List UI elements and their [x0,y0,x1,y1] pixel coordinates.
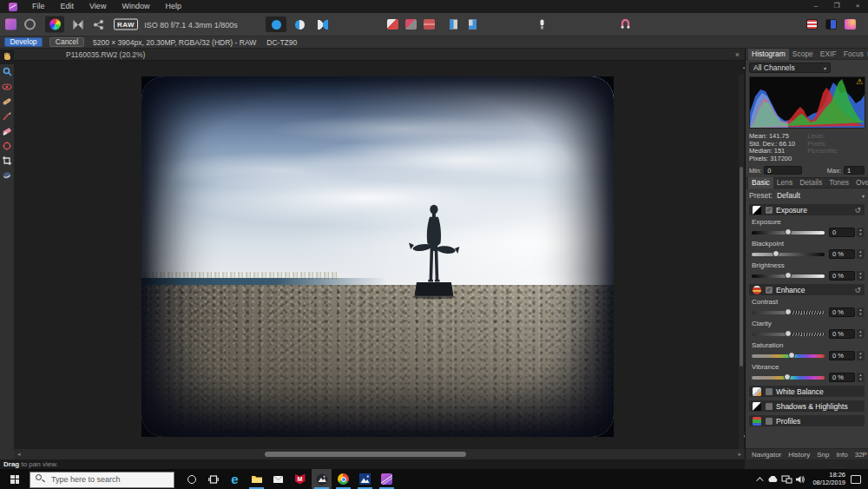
lightbulb-icon[interactable] [538,19,546,30]
clipping-warning-icon[interactable]: ⚠ [856,77,863,86]
scroll-left-icon[interactable]: ◂ [14,451,24,458]
white-balance-checkbox[interactable] [766,388,773,395]
exposure-value[interactable]: 0 [829,228,855,237]
tab-snapshots[interactable]: Snp [813,451,832,459]
restore-button[interactable]: ❐ [826,0,847,13]
edge-icon[interactable]: e [225,469,245,489]
stepper-icon[interactable]: ▴▾ [857,373,865,382]
document-tab[interactable]: P1160035.RW2 (20.2%) [14,50,145,59]
enhance-checkbox[interactable]: ✓ [766,287,773,294]
target-tool[interactable] [0,138,14,153]
crop-tool[interactable] [0,153,14,168]
canvas-viewport[interactable]: ◂ ◂ [14,61,745,449]
tab-tones[interactable]: Tones [825,177,852,188]
saturation-slider[interactable] [752,354,825,358]
stepper-icon[interactable]: ▴▾ [857,249,865,259]
profiles-checkbox[interactable] [766,418,773,425]
color-wheel-icon[interactable] [45,17,64,33]
split-document-icon[interactable] [825,19,837,30]
single-view-button[interactable] [266,17,286,32]
close-button[interactable]: × [847,0,868,13]
contrast-value[interactable]: 0 % [829,307,855,317]
action-center-icon[interactable] [851,475,861,484]
sponge-tool[interactable] [0,168,14,182]
cancel-button[interactable]: Cancel [49,37,84,47]
tab-32bit-preview[interactable]: 32P [852,451,868,459]
hand-tool[interactable] [0,50,14,64]
taskbar-search-input[interactable] [30,472,174,488]
page-after-icon[interactable] [467,19,478,30]
chrome-icon[interactable] [333,469,353,489]
clarity-slider[interactable] [752,333,825,336]
tab-overlays[interactable]: Overlays [852,177,868,188]
mail-icon[interactable] [268,469,288,489]
vibrance-slider[interactable] [752,376,825,380]
horizontal-scrollbar[interactable]: ◂ ▸ [14,449,745,459]
horizontal-scrollbar-thumb[interactable] [265,452,466,457]
clipped-tones-toggle[interactable] [424,19,435,30]
brightness-value[interactable]: 0 % [829,271,855,281]
tab-scope[interactable]: Scope [789,49,817,60]
onedrive-cloud-icon[interactable] [766,469,779,489]
speaker-icon[interactable] [793,469,807,489]
channel-selector[interactable]: All Channels ▾ [749,63,831,73]
vertical-scrollbar[interactable] [739,75,744,449]
menu-file[interactable]: File [24,0,53,13]
clipped-highlights-toggle[interactable] [387,19,398,30]
affinity-purple-icon[interactable] [377,469,397,489]
mcafee-icon[interactable]: M [290,469,310,489]
document-close-icon[interactable]: × [735,49,740,61]
stepper-icon[interactable]: ▴▾ [857,228,865,237]
clarity-value[interactable]: 0 % [829,329,855,339]
menu-view[interactable]: View [82,0,114,13]
tab-details[interactable]: Details [796,177,825,188]
magnet-icon[interactable] [620,19,631,30]
exposure-checkbox[interactable]: ✓ [766,207,773,214]
menu-edit[interactable]: Edit [53,0,82,13]
preset-row[interactable]: Preset: Default ▾ [749,191,865,200]
explorer-icon[interactable] [247,469,266,489]
stepper-icon[interactable]: ▴▾ [857,307,865,317]
network-icon[interactable] [779,469,793,489]
tray-chevron-icon[interactable] [752,469,766,489]
vertical-scrollbar-thumb[interactable] [740,167,743,367]
tab-navigator[interactable]: Navigator [748,451,785,459]
tab-basic[interactable]: Basic [748,177,773,188]
brightness-slider[interactable] [752,274,825,278]
task-view-icon[interactable] [203,469,223,489]
menu-help[interactable]: Help [157,0,189,13]
stepper-icon[interactable]: ▴▾ [857,329,865,339]
enhance-section-header[interactable]: ✓ Enhance ↺ [749,284,865,295]
striped-flag-icon[interactable] [806,19,818,30]
taskbar-search[interactable] [30,470,174,488]
scroll-right-icon[interactable]: ▸ [734,451,745,458]
eraser-tool[interactable] [0,123,14,138]
cortana-icon[interactable] [181,469,201,489]
mirror-view-button[interactable] [312,17,333,32]
reset-icon[interactable]: ↺ [854,206,861,215]
shadows-highlights-checkbox[interactable] [766,403,773,410]
vibrance-value[interactable]: 0 % [829,373,855,382]
taskbar-clock[interactable]: 18:26 08/12/2019 [812,472,845,486]
blackpoint-slider[interactable] [752,253,825,256]
min-input[interactable]: 0 [764,166,802,175]
reset-icon[interactable]: ↺ [854,286,861,294]
contrast-slider[interactable] [752,311,825,314]
blemish-tool[interactable] [0,94,14,109]
gradient-square-icon[interactable] [845,19,856,30]
tab-exif[interactable]: EXIF [817,49,840,60]
menu-window[interactable]: Window [114,0,157,13]
zoom-tool[interactable] [0,64,14,79]
red-eye-tool[interactable] [0,79,14,94]
tab-histogram[interactable]: Histogram [748,49,789,60]
shadows-highlights-section-header[interactable]: Shadows & Highlights [749,400,865,412]
max-input[interactable]: 1 [844,166,865,175]
profiles-section-header[interactable]: Profiles [749,415,865,426]
tab-lens[interactable]: Lens [773,177,796,188]
page-before-icon[interactable] [448,19,459,30]
white-balance-section-header[interactable]: White Balance [749,386,865,397]
affinity-active-app-icon[interactable] [312,469,332,489]
minimize-button[interactable]: – [806,0,826,13]
share-nodes-icon[interactable] [93,19,104,30]
stepper-icon[interactable]: ▴▾ [857,271,865,281]
